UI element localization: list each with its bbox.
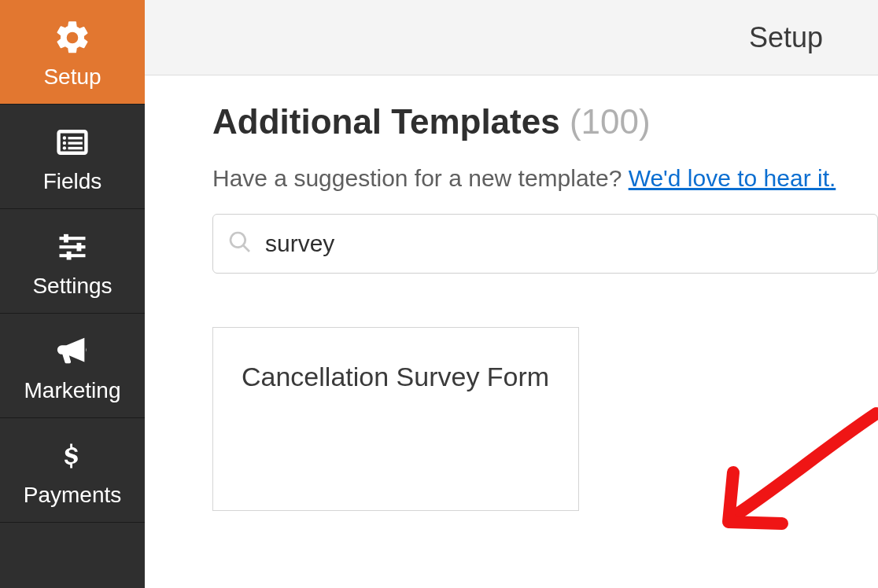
sidebar-item-label: Setup (43, 64, 101, 90)
svg-rect-4 (68, 141, 83, 144)
heading-count: (100) (570, 102, 651, 141)
svg-point-3 (63, 141, 66, 145)
svg-rect-11 (77, 243, 82, 252)
svg-point-1 (63, 136, 66, 139)
svg-rect-9 (60, 254, 86, 257)
annotation-arrow-icon (695, 398, 878, 555)
sidebar-item-payments[interactable]: Payments (0, 418, 145, 523)
svg-point-5 (63, 146, 66, 149)
sidebar-item-setup[interactable]: Setup (0, 0, 145, 105)
templates-heading: Additional Templates (100) (212, 102, 878, 141)
suggestion-text: Have a suggestion for a new template? We… (212, 165, 878, 192)
suggestion-prefix: Have a suggestion for a new template? (212, 165, 629, 191)
svg-rect-6 (68, 147, 83, 149)
svg-rect-12 (67, 252, 72, 260)
top-bar: Setup (145, 0, 878, 75)
content-area: Additional Templates (100) Have a sugges… (145, 75, 878, 511)
search-icon (227, 230, 253, 258)
svg-rect-8 (60, 245, 86, 248)
sidebar-item-fields[interactable]: Fields (0, 105, 145, 209)
page-title: Setup (749, 21, 823, 54)
dollar-icon (50, 437, 94, 475)
svg-rect-7 (60, 237, 86, 240)
sidebar-item-label: Payments (24, 483, 122, 508)
template-card-cancellation-survey[interactable]: Cancellation Survey Form (212, 327, 579, 511)
template-card-title: Cancellation Survey Form (242, 359, 550, 395)
sidebar-item-marketing[interactable]: Marketing (0, 314, 145, 418)
sidebar-item-label: Marketing (24, 378, 121, 403)
heading-text: Additional Templates (212, 102, 560, 141)
gear-icon (50, 19, 94, 57)
fields-icon (50, 123, 94, 161)
search-box[interactable] (212, 214, 878, 274)
suggestion-link[interactable]: We'd love to hear it. (629, 165, 836, 191)
sidebar-nav: Setup Fields Settings Marketing Payments (0, 0, 145, 588)
search-input[interactable] (265, 230, 863, 257)
sliders-icon (50, 228, 94, 266)
svg-rect-2 (68, 137, 83, 139)
bullhorn-icon (50, 333, 94, 370)
sidebar-item-settings[interactable]: Settings (0, 209, 145, 314)
main-panel: Setup Additional Templates (100) Have a … (145, 0, 878, 588)
sidebar-item-label: Fields (43, 169, 102, 194)
sidebar-item-label: Settings (32, 274, 112, 299)
svg-rect-10 (64, 234, 68, 243)
